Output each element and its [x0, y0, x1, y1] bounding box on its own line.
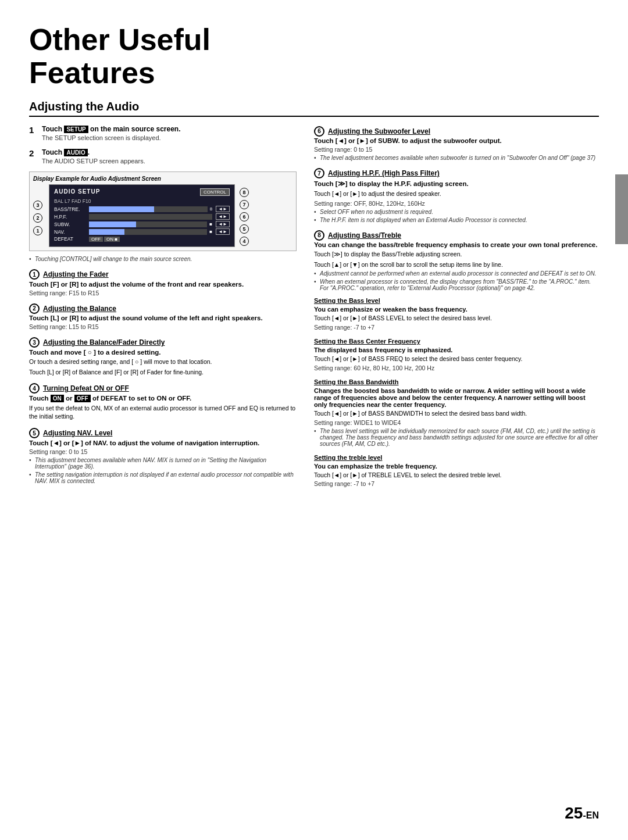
step-2-content: Touch AUDIO. The AUDIO SETUP screen appe…: [42, 148, 297, 166]
section-balance-range: Setting range: L15 to R15: [29, 323, 297, 330]
two-column-layout: 1 Touch SETUP on the main source screen.…: [29, 125, 599, 494]
section-bass-treble-bold1: You can change the bass/treble frequency…: [314, 241, 599, 248]
bass-bandwidth-title: Setting the Bass Bandwidth: [314, 378, 599, 385]
section-bass-treble-note2: When an external processor is connected,…: [314, 278, 599, 291]
section-defeat-label: 4 Turning Defeat ON or OFF: [29, 383, 297, 394]
step-1: 1 Touch SETUP on the main source screen.…: [29, 125, 297, 142]
section-subwoofer-bold: Touch [◄] or [►] of SUBW. to adjust the …: [314, 137, 599, 144]
audio-setup-screen: AUDIO SETUP CONTROL BAL L7 FAD F10 BASS/…: [49, 184, 235, 247]
bass-bandwidth-text: Touch [◄] or [►] of BASS BANDWIDTH to se…: [314, 409, 599, 418]
circle-1: 1: [33, 226, 42, 235]
section-fader-direct-label: 3 Adjusting the Balance/Fader Directly: [29, 337, 297, 348]
setup-key: SETUP: [64, 126, 88, 133]
bass-center-title: Setting the Bass Center Frequency: [314, 338, 599, 345]
section-hpf: 7 Adjusting H.P.F. (High Pass Filter) To…: [314, 168, 599, 223]
step-1-number: 1: [29, 125, 38, 135]
step-2-title: Touch AUDIO.: [42, 148, 297, 156]
section-defeat-bold: Touch ON or OFF of DEFEAT to set to ON o…: [29, 395, 297, 402]
circle-5: 5: [240, 224, 249, 234]
section-bass-treble-text1: Touch [≫] to display the Bass/Treble adj…: [314, 250, 599, 259]
bass-level-title: Setting the Bass level: [314, 297, 599, 304]
circle-section-1: 1: [29, 269, 40, 280]
control-button[interactable]: CONTROL: [200, 188, 230, 196]
circle-section-5: 5: [29, 428, 40, 438]
step-1-content: Touch SETUP on the main source screen. T…: [42, 125, 297, 142]
section-fader: 1 Adjusting the Fader Touch [F] or [R] t…: [29, 269, 297, 296]
left-column: 1 Touch SETUP on the main source screen.…: [29, 125, 297, 494]
circle-section-3: 3: [29, 337, 40, 348]
circle-section-4: 4: [29, 383, 40, 394]
right-column: 6 Adjusting the Subwoofer Level Touch [◄…: [314, 125, 599, 494]
section-defeat-title: Turning Defeat ON or OFF: [43, 384, 129, 392]
section-defeat-text: If you set the defeat to ON, MX of an ex…: [29, 404, 297, 421]
section-subwoofer-note: The level adjustment becomes available w…: [314, 155, 599, 161]
section-subwoofer-title: Adjusting the Subwoofer Level: [328, 127, 430, 135]
setting-bass-center: Setting the Bass Center Frequency The di…: [314, 338, 599, 371]
section-fader-direct-bold: Touch and move [ ○ ] to a desired settin…: [29, 349, 297, 356]
page-number: 25-EN: [565, 804, 599, 823]
circle-section-8: 8: [314, 230, 324, 241]
circle-section-7: 7: [314, 168, 324, 178]
section-nav-label: 5 Adjusting NAV. Level: [29, 428, 297, 438]
section-bass-treble: 8 Adjusting Bass/Treble You can change t…: [314, 230, 599, 488]
section-hpf-label: 7 Adjusting H.P.F. (High Pass Filter): [314, 168, 599, 178]
circle-8: 8: [240, 188, 249, 197]
section-balance: 2 Adjusting the Balance Touch [L] or [R]…: [29, 303, 297, 331]
bass-center-range: Setting range: 60 Hz, 80 Hz, 100 Hz, 200…: [314, 364, 599, 371]
section-balance-title: Adjusting the Balance: [43, 305, 116, 313]
section-nav-note2: The setting navigation interruption is n…: [29, 471, 297, 484]
step-2-sub: The AUDIO SETUP screen appears.: [42, 158, 297, 165]
section-subwoofer-label: 6 Adjusting the Subwoofer Level: [314, 126, 599, 137]
circle-2: 2: [33, 213, 42, 223]
bass-center-bold: The displayed bass frequency is emphasiz…: [314, 346, 599, 353]
section-hpf-range: Setting range: OFF, 80Hz, 120Hz, 160Hz: [314, 200, 599, 207]
circle-section-2: 2: [29, 303, 40, 314]
section-fader-direct-text2: Touch [L] or [R] of Balance and [F] or […: [29, 368, 297, 377]
section-hpf-text: Touch [◄] or [►] to adjust the desired s…: [314, 190, 599, 198]
setting-bass-bandwidth: Setting the Bass Bandwidth Changes the b…: [314, 378, 599, 447]
section-fader-direct-text1: Or touch a desired setting range, and [ …: [29, 358, 297, 366]
section-fader-label: 1 Adjusting the Fader: [29, 269, 297, 280]
audio-setup-header: AUDIO SETUP CONTROL: [54, 188, 230, 196]
page-container: Other Useful Features Adjusting the Audi…: [0, 0, 628, 840]
touch-control-note: Touching [CONTROL] will change to the ma…: [29, 256, 297, 262]
bass-center-text: Touch [◄] or [►] of BASS FREQ to select …: [314, 355, 599, 363]
display-box: Display Example for Audio Adjustment Scr…: [29, 171, 297, 251]
bass-bandwidth-range: Setting range: WIDE1 to WIDE4: [314, 419, 599, 426]
section-bass-treble-title: Adjusting Bass/Treble: [328, 231, 401, 240]
bass-level-range: Setting range: -7 to +7: [314, 324, 599, 331]
section-heading: Adjusting the Audio: [29, 100, 599, 117]
section-subwoofer: 6 Adjusting the Subwoofer Level Touch [◄…: [314, 126, 599, 162]
section-nav: 5 Adjusting NAV. Level Touch [◄] or [►] …: [29, 428, 297, 484]
audio-setup-title: AUDIO SETUP: [54, 188, 100, 196]
section-hpf-note1: Select OFF when no adjustment is require…: [314, 209, 599, 215]
section-nav-title: Adjusting NAV. Level: [43, 429, 112, 437]
section-fader-direct: 3 Adjusting the Balance/Fader Directly T…: [29, 337, 297, 376]
treble-level-title: Setting the treble level: [314, 454, 599, 461]
circle-7: 7: [240, 200, 249, 209]
bass-bandwidth-bold: Changes the boosted bass bandwidth to wi…: [314, 387, 599, 408]
section-fader-bold: Touch [F] or [R] to adjust the volume of…: [29, 281, 297, 288]
section-bass-treble-text2: Touch [▲] or [▼] on the scroll bar to sc…: [314, 260, 599, 269]
section-balance-label: 2 Adjusting the Balance: [29, 303, 297, 314]
side-tab: [615, 174, 628, 244]
step-2: 2 Touch AUDIO. The AUDIO SETUP screen ap…: [29, 148, 297, 166]
treble-level-range: Setting range: -7 to +7: [314, 480, 599, 487]
section-defeat: 4 Turning Defeat ON or OFF Touch ON or O…: [29, 383, 297, 421]
section-balance-bold: Touch [L] or [R] to adjust the sound vol…: [29, 314, 297, 321]
section-bass-treble-label: 8 Adjusting Bass/Treble: [314, 230, 599, 241]
section-subwoofer-range: Setting range: 0 to 15: [314, 146, 599, 153]
bass-bandwidth-note: The bass level settings will be individu…: [314, 428, 599, 447]
circle-6: 6: [240, 212, 249, 221]
step-1-sub: The SETUP selection screen is displayed.: [42, 134, 297, 141]
display-caption: Display Example for Audio Adjustment Scr…: [33, 176, 292, 182]
section-nav-range: Setting range: 0 to 15: [29, 448, 297, 455]
section-fader-direct-title: Adjusting the Balance/Fader Directly: [43, 338, 165, 346]
section-hpf-title: Adjusting H.P.F. (High Pass Filter): [328, 169, 440, 177]
treble-level-bold: You can emphasize the treble frequency.: [314, 463, 599, 470]
off-key: OFF: [74, 395, 91, 402]
section-bass-treble-note1: Adjustment cannot be performed when an e…: [314, 270, 599, 277]
circle-section-6: 6: [314, 126, 324, 137]
bass-level-text: Touch [◄] or [►] of BASS LEVEL to select…: [314, 314, 599, 323]
step-2-number: 2: [29, 148, 38, 158]
